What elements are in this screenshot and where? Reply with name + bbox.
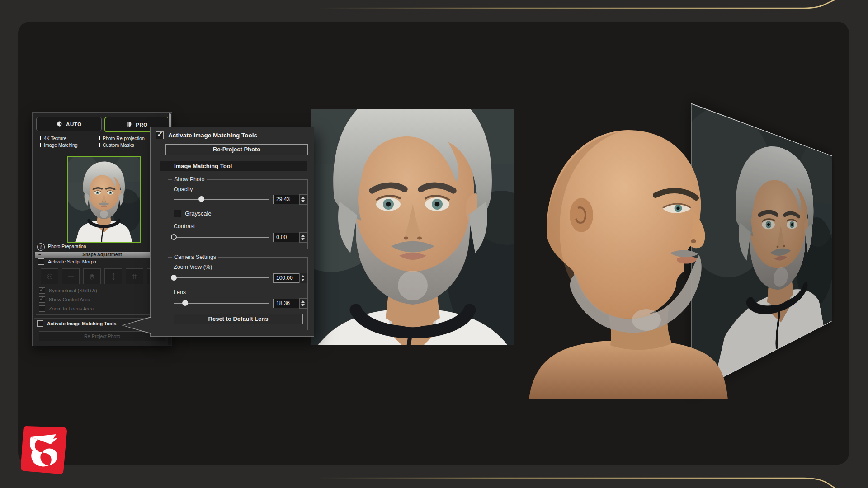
bullet-icon (99, 143, 100, 147)
show-photo-group: Show Photo Opacity 29.43 Grayscale Contr… (168, 179, 308, 249)
contrast-slider-track[interactable] (174, 237, 269, 238)
sculpt-tool-stretch-icon (104, 268, 122, 284)
image-matching-tool-title: Image Matching Tool (174, 161, 232, 171)
zoom-view-slider[interactable] (174, 275, 269, 281)
opacity-value-field[interactable]: 29.43 (273, 195, 299, 204)
contrast-label: Contrast (174, 223, 195, 230)
tab-auto-label: AUTO (66, 122, 82, 127)
image-matching-popup: Activate Image Matching Tools Re-Project… (150, 127, 314, 337)
spinner-up-icon[interactable] (301, 235, 305, 237)
grayscale-row: Grayscale (174, 210, 212, 217)
contrast-value-field[interactable]: 0.00 (273, 233, 299, 242)
zoom-focus-area-checkbox (39, 305, 45, 312)
feature-custom-masks: Custom Masks (99, 142, 134, 148)
lens-spinner[interactable] (299, 298, 307, 309)
shape-adjustment-header[interactable]: − Shape Adjustment (35, 252, 170, 258)
symmetrical-label: Symmetrical (Shift+A) (49, 288, 97, 293)
tab-pro-label: PRO (136, 122, 148, 127)
popup-reproject-button[interactable]: Re-Project Photo (165, 144, 308, 155)
photo-preparation-row: Photo Preparation (36, 242, 168, 253)
opacity-label: Opacity (174, 186, 193, 192)
panel-activate-tools-checkbox[interactable] (37, 320, 43, 327)
sculpt-tool-grid-icon (126, 268, 143, 284)
bullet-icon (40, 136, 41, 140)
grayscale-checkbox[interactable] (174, 210, 181, 217)
feature-image-matching: Image Matching (40, 142, 78, 148)
bullet-icon (40, 143, 41, 147)
symmetrical-checkbox (39, 287, 45, 294)
spinner-down-icon[interactable] (301, 200, 305, 202)
sculpt-tool-hand-icon (83, 268, 101, 284)
lens-value-field[interactable]: 18.36 (273, 299, 299, 308)
popup-callout (123, 318, 151, 333)
character-3d-head (520, 121, 732, 399)
zoom-view-value-field[interactable]: 100.00 (273, 273, 299, 283)
contrast-slider-thumb[interactable] (171, 234, 177, 240)
opacity-spinner[interactable] (299, 194, 307, 205)
zoom-view-label: Zoom View (%) (174, 264, 212, 270)
popup-activate-tools-row: Activate Image Matching Tools (156, 131, 257, 139)
opacity-slider[interactable] (174, 196, 269, 202)
photo-preparation-link[interactable]: Photo Preparation (48, 244, 86, 249)
reset-default-lens-button[interactable]: Reset to Default Lens (174, 314, 303, 324)
lens-slider[interactable] (174, 300, 269, 306)
sculpt-morph-group: Symmetrical (Shift+A) Show Control Area … (36, 262, 169, 315)
source-photo-thumbnail (67, 156, 141, 243)
opacity-slider-track[interactable] (174, 199, 269, 200)
info-icon (37, 243, 45, 251)
camera-settings-title: Camera Settings (172, 254, 218, 260)
panel-activate-tools-label: Activate Image Matching Tools (47, 321, 116, 326)
popup-activate-tools-label: Activate Image Matching Tools (168, 132, 257, 139)
contrast-slider[interactable] (174, 234, 269, 240)
contrast-spinner[interactable] (299, 232, 307, 243)
spinner-up-icon[interactable] (301, 300, 305, 303)
sculpt-tools-row (41, 268, 165, 284)
camera-settings-group: Camera Settings Zoom View (%) 100.00 Len… (168, 257, 308, 330)
image-matching-tool-header[interactable]: − Image Matching Tool (160, 161, 307, 171)
spinner-up-icon[interactable] (301, 197, 305, 199)
show-control-area-label: Show Control Area (49, 297, 90, 302)
headshot-promo-screen: AUTO PRO 4K Texture Photo Re-projection … (0, 0, 868, 488)
zoom-view-slider-track[interactable] (174, 277, 269, 278)
zoom-focus-area-label: Zoom to Focus Area (49, 306, 94, 311)
show-control-area-checkbox (39, 296, 45, 303)
lens-slider-thumb[interactable] (182, 300, 188, 306)
spinner-down-icon[interactable] (301, 279, 305, 281)
spinner-up-icon[interactable] (301, 275, 305, 277)
symmetrical-row: Symmetrical (Shift+A) (39, 287, 97, 294)
zoom-focus-area-row: Zoom to Focus Area (39, 305, 94, 312)
feature-4k-texture: 4K Texture (40, 136, 66, 141)
opacity-slider-thumb[interactable] (198, 196, 204, 202)
reallusion-logo (17, 421, 71, 479)
panel-activate-tools-row: Activate Image Matching Tools (37, 320, 116, 327)
reference-photo-large (311, 109, 514, 345)
popup-activate-tools-checkbox[interactable] (156, 131, 164, 139)
spinner-down-icon[interactable] (301, 238, 305, 240)
collapse-icon[interactable]: − (37, 252, 43, 258)
grayscale-label: Grayscale (185, 210, 212, 217)
sculpt-tool-face-icon (41, 268, 58, 284)
zoom-view-spinner[interactable] (299, 273, 307, 283)
spinner-down-icon[interactable] (301, 304, 305, 306)
zoom-view-slider-thumb[interactable] (171, 275, 177, 281)
tab-auto[interactable]: AUTO (36, 117, 102, 131)
bullet-icon (99, 136, 100, 140)
show-photo-title: Show Photo (172, 176, 207, 183)
shape-adjustment-title: Shape Adjustment (82, 252, 122, 257)
collapse-icon[interactable]: − (166, 161, 170, 171)
sculpt-tool-move-icon (62, 268, 80, 284)
show-control-area-row: Show Control Area (39, 296, 90, 303)
pro-head-icon (126, 121, 132, 128)
lens-label: Lens (174, 289, 186, 296)
feature-photo-reprojection: Photo Re-projection (99, 136, 145, 141)
auto-head-icon (56, 121, 63, 127)
